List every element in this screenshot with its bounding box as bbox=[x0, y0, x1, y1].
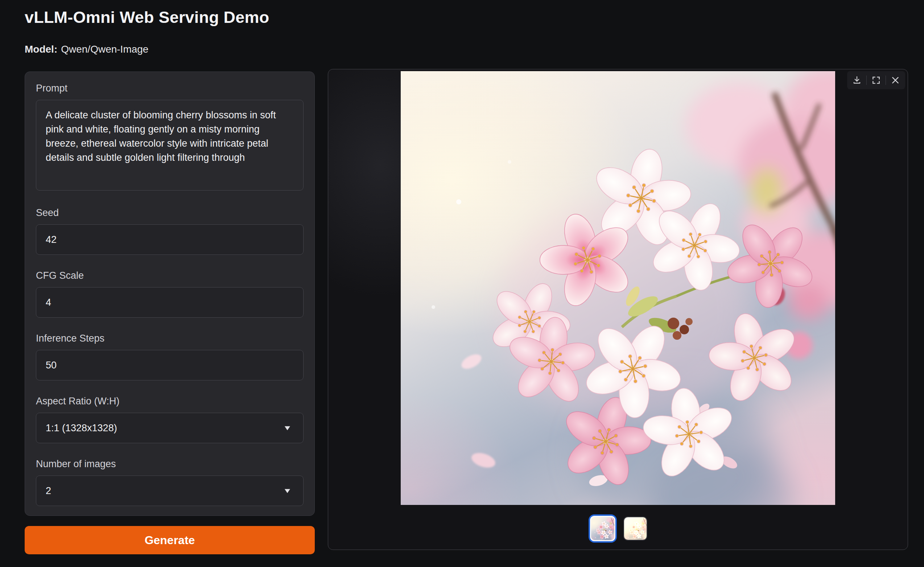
num-images-value: 2 bbox=[46, 485, 51, 496]
aspect-ratio-group: Aspect Ratio (W:H) 1:1 (1328x1328) ▼ bbox=[36, 396, 303, 443]
generated-image[interactable] bbox=[401, 71, 835, 505]
seed-input[interactable] bbox=[36, 224, 303, 255]
prompt-label: Prompt bbox=[36, 83, 303, 94]
inference-steps-group: Inference Steps bbox=[36, 333, 303, 381]
settings-panel: Prompt A delicate cluster of blooming ch… bbox=[25, 72, 315, 516]
close-icon[interactable] bbox=[888, 74, 902, 86]
cfg-scale-group: CFG Scale bbox=[36, 270, 303, 317]
inference-steps-input[interactable] bbox=[36, 350, 303, 381]
generate-button[interactable]: Generate bbox=[25, 526, 315, 554]
prompt-group: Prompt A delicate cluster of blooming ch… bbox=[36, 83, 303, 192]
aspect-ratio-select[interactable]: 1:1 (1328x1328) ▼ bbox=[36, 413, 303, 443]
seed-label: Seed bbox=[36, 207, 303, 218]
thumbnail-gallery bbox=[328, 514, 908, 543]
cfg-scale-label: CFG Scale bbox=[36, 270, 303, 281]
num-images-label: Number of images bbox=[36, 459, 303, 470]
page-title: vLLM-Omni Web Serving Demo bbox=[25, 8, 269, 27]
cfg-scale-input[interactable] bbox=[36, 287, 303, 317]
thumbnail-1-selected[interactable] bbox=[588, 514, 617, 543]
seed-group: Seed bbox=[36, 207, 303, 255]
prompt-input[interactable]: A delicate cluster of blooming cherry bl… bbox=[36, 100, 303, 191]
image-viewer-panel bbox=[328, 69, 908, 550]
num-images-group: Number of images 2 ▼ bbox=[36, 459, 303, 506]
num-images-select[interactable]: 2 ▼ bbox=[36, 475, 303, 506]
chevron-down-icon: ▼ bbox=[283, 424, 292, 432]
settings-column: Prompt A delicate cluster of blooming ch… bbox=[25, 72, 315, 516]
thumbnail-2-image bbox=[624, 517, 646, 540]
download-icon[interactable] bbox=[850, 74, 864, 86]
thumbnail-2[interactable] bbox=[623, 517, 647, 540]
aspect-ratio-label: Aspect Ratio (W:H) bbox=[36, 396, 303, 407]
model-label: Model: bbox=[25, 44, 57, 55]
fullscreen-icon[interactable] bbox=[869, 74, 883, 86]
inference-steps-label: Inference Steps bbox=[36, 333, 303, 344]
toolbar-divider bbox=[866, 75, 867, 85]
model-line: Model:Qwen/Qwen-Image bbox=[25, 44, 148, 55]
model-value: Qwen/Qwen-Image bbox=[61, 44, 148, 55]
aspect-ratio-value: 1:1 (1328x1328) bbox=[46, 423, 117, 434]
image-toolbar bbox=[847, 71, 905, 89]
toolbar-divider bbox=[885, 75, 886, 85]
thumbnail-1-image bbox=[591, 517, 614, 540]
chevron-down-icon: ▼ bbox=[283, 487, 292, 495]
